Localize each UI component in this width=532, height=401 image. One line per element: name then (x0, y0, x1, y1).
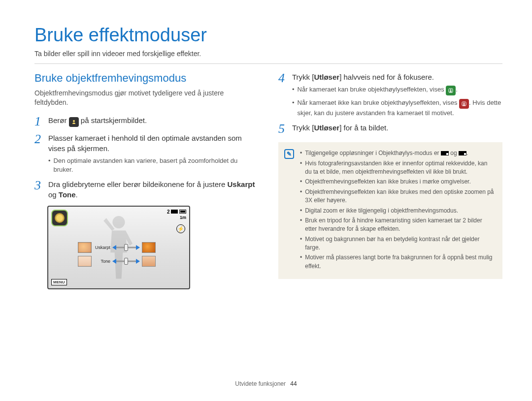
step3-text-c: og (48, 190, 59, 199)
step3-text-a: Dra glidebryterne eller berør bildeikone… (48, 180, 228, 188)
slider-handle[interactable] (124, 244, 128, 251)
right-column: 4 Trykk [Utløser] halvveis ned for å fok… (278, 72, 502, 289)
slider-tone[interactable]: Tone (78, 256, 156, 267)
step5-b: Utløser (314, 123, 339, 132)
mode-icon (51, 210, 68, 226)
svg-point-3 (450, 90, 452, 91)
step4-b: Utløser (314, 73, 339, 81)
note-3: Objektfremhevingseffekten kan ikke bruke… (300, 178, 495, 186)
thumb-right-icon (142, 256, 156, 267)
resolution-1m-icon (459, 151, 466, 155)
step2-text: Plasser kameraet i henhold til den optim… (48, 134, 242, 153)
svg-point-0 (73, 120, 75, 122)
footer: Utvidete funksjoner 44 (0, 380, 532, 387)
thumb-right-icon (142, 242, 156, 253)
camera-preview: 2 1m ⚡ Uskarpt (47, 206, 190, 289)
step-number: 3 (34, 179, 43, 200)
step4-c: ] halvveis ned for å fokusere. (339, 73, 434, 81)
flash-icon: ⚡ (176, 224, 185, 233)
step2-sub: Den optimale avstanden kan variere, base… (48, 156, 259, 174)
note-5: Digital zoom er ikke tilgjengelig i obje… (300, 207, 495, 215)
page-number: 44 (290, 380, 297, 387)
menu-button[interactable]: MENU (51, 279, 67, 285)
footer-section: Utvidete funksjoner (235, 380, 286, 387)
step4-a: Trykk [ (292, 73, 314, 81)
step3-bold-uskarpt: Uskarpt (228, 180, 255, 188)
arrow-left-icon (112, 245, 116, 250)
step4-sub1: Når kameraet kan bruke objekthøylyseffek… (292, 85, 502, 95)
page-title: Bruke effektmoduser (34, 25, 502, 46)
note-box: ✎ Tilgjengelige oppløsninger i Objekthøy… (278, 142, 502, 279)
step4-sub2: Når kameraet ikke kan bruke objekthøylys… (292, 98, 502, 118)
left-column: Bruke objektfremhevingsmodus Objektfremh… (34, 72, 259, 289)
svg-point-1 (112, 216, 125, 228)
resolution-3m-icon (441, 151, 449, 155)
step5-a: Trykk [ (292, 123, 314, 132)
step-number: 1 (34, 115, 43, 128)
note-6: Bruk en tripod for å hindre kameraristin… (300, 216, 495, 234)
focus-fail-icon (459, 99, 469, 109)
step-number: 4 (278, 72, 287, 118)
slider-label: Uskarpt (94, 245, 110, 250)
note-8: Motiver må plasseres langt borte fra bak… (300, 253, 495, 271)
step3-bold-tone: Tone (59, 190, 76, 199)
step3-text-e: . (76, 190, 78, 199)
thumb-left-icon (78, 242, 92, 253)
step-number: 2 (34, 133, 43, 174)
step-2: 2 Plasser kameraet i henhold til den opt… (34, 133, 259, 174)
step1-text-a: Berør (48, 116, 69, 124)
section-desc: Objektfremhevingsmodus gjør motivet tyde… (34, 89, 259, 107)
status-indicators: 2 1m (167, 209, 186, 221)
note-2: Hvis fotograferingsavstanden ikke er inn… (300, 159, 495, 177)
resolution-label: 1m (167, 215, 186, 221)
slider-track[interactable] (112, 258, 140, 265)
arrow-right-icon (136, 259, 140, 264)
note-icon: ✎ (284, 149, 294, 159)
slider-uskarpt[interactable]: Uskarpt (78, 242, 156, 253)
step-4: 4 Trykk [Utløser] halvveis ned for å fok… (278, 72, 502, 118)
step1-text-b: på startskjermbildet. (81, 116, 147, 124)
divider (34, 63, 502, 64)
step5-c: ] for å ta bildet. (339, 123, 388, 132)
arrow-left-icon (112, 259, 116, 264)
slider-handle[interactable] (124, 258, 128, 265)
arrow-right-icon (136, 245, 140, 250)
page-subtitle: Ta bilder eller spill inn videoer med fo… (34, 50, 502, 58)
step-number: 5 (278, 123, 287, 135)
note-4: Objektfremhevingseffekten kan ikke bruke… (300, 188, 495, 205)
step-3: 3 Dra glidebryterne eller berør bildeiko… (34, 179, 259, 200)
slider-track[interactable] (112, 244, 140, 251)
focus-ok-icon (446, 86, 456, 95)
note-7: Motivet og bakgrunnen bør ha en betydeli… (300, 235, 495, 252)
object-highlight-mode-icon (69, 117, 79, 127)
svg-point-5 (464, 103, 465, 104)
note-1: Tilgjengelige oppløsninger i Objekthøyly… (300, 149, 495, 157)
step-5: 5 Trykk [Utløser] for å ta bildet. (278, 123, 502, 135)
step-1: 1 Berør på startskjermbildet. (34, 115, 259, 128)
slider-label: Tone (94, 259, 110, 264)
section-title: Bruke objektfremhevingsmodus (34, 72, 259, 85)
thumb-left-icon (78, 256, 92, 267)
